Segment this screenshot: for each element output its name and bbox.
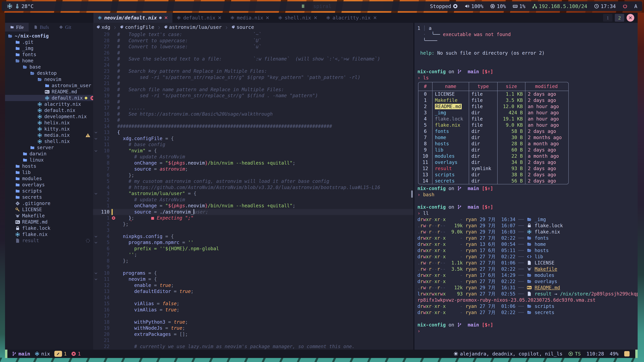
breadcrumb-item[interactable]: xdg [96,24,110,30]
code-icon [527,254,532,259]
line-number: 24 [99,62,112,68]
buffer-label: media.nix [237,15,263,21]
tree-item[interactable]: flake.nix [5,231,93,238]
table-header: name [432,82,469,91]
tree-item[interactable]: flake.lock [5,225,93,231]
breadcrumb-item[interactable]: astronvim/lua/user [164,24,222,30]
table-row: 3_imgdir424 Ban hour ago [418,110,568,116]
buffer-tab[interactable]: default.nix [172,13,226,23]
tabpage-1[interactable]: 1 [603,14,612,22]
code-line: 22 # currently we use lazy.nvim as neovi… [93,344,414,350]
code-area[interactable]: 29# Toggle text's case: `~`28# Convert t… [93,31,414,350]
tree-item[interactable]: astronvim_user [5,82,93,89]
tree-item[interactable]: server [5,144,93,151]
terminal-line: rp8ifx1wkpvwz-proxmox-ruby-nixos-23.05.2… [418,297,638,303]
close-buffer-icon[interactable] [266,16,270,20]
tree-item[interactable]: desktop [5,70,93,76]
tree-item[interactable]: neovim [5,76,93,82]
sidebar-tab-git[interactable]: Git [54,23,76,31]
table-cell: flake.lock [435,116,463,122]
tree-item[interactable]: ~/nix-config [5,33,93,39]
breadcrumb-item[interactable]: configFile [120,24,154,30]
breadcrumb-label: configFile [125,24,154,30]
table-cell: overlays [435,160,458,165]
tree-item[interactable]: lib [5,169,93,175]
terminal-pane[interactable]: 1 │ a · ╰── executable was not found ╰──… [414,23,638,350]
tabpage-2[interactable]: 2 [615,14,624,22]
tree-item[interactable]: _img [5,45,93,51]
folder-open-icon [527,279,532,284]
table-cell: symlink [472,166,491,171]
network-icon [532,4,537,9]
tree-item[interactable]: media.nix [5,132,93,138]
tree-item[interactable]: development.nix [5,113,93,120]
table-cell: flake.nix [435,122,460,128]
cow-icon [15,213,20,218]
tree-item[interactable]: scripts [5,188,93,194]
table-cell: 2 days ago [528,178,556,184]
tree-item[interactable]: overlays [5,182,93,188]
line-number: 29 [99,31,112,38]
terminal-blank-line [418,56,638,62]
terminal-line: .rw-r--r-- 9.0k ryan 29 7月 16:03 ── flak… [418,229,638,235]
tree-item[interactable]: secrets [5,194,93,200]
tree-item-label: README.md [22,219,48,225]
breadcrumb-label: xdg [102,24,110,30]
buffer-tab[interactable]: shell.nix [274,13,322,23]
tree-item[interactable]: default.nix [5,107,93,113]
close-buffer-icon[interactable] [218,16,222,20]
line-number: 12 [99,282,112,289]
error-icon [71,351,76,356]
tree-item[interactable]: fonts [5,51,93,58]
close-buffer-icon[interactable] [164,16,168,20]
cow-icon [527,267,532,272]
tree-item[interactable]: hosts [5,163,93,169]
buffer-label: default.nix [183,15,215,21]
buffer-tab[interactable]: alacritty.nix [322,13,381,23]
scrollbar-thumb[interactable] [411,190,413,198]
tree-item[interactable]: modules [5,175,93,182]
tree-item-label: darwin [30,151,46,157]
table-cell: a month ago [528,141,559,146]
tree-item[interactable]: README.md [5,219,93,225]
buffer-tab[interactable]: neovim/default.nix [94,13,172,23]
error-count: 1 [71,351,81,357]
tree-item[interactable]: shell.nix [5,138,93,144]
tree-item[interactable]: kitty.nix [5,126,93,132]
close-buffer-icon[interactable] [314,16,318,20]
buffer-tab[interactable]: media.nix [226,13,274,23]
breadcrumb-separator-icon [224,24,228,30]
sidebar-tab-bufs[interactable]: Bufs [29,23,54,31]
tree-item[interactable]: linux [5,157,93,163]
tree-item[interactable]: README.md [5,89,93,95]
close-buffer-icon[interactable] [373,16,377,20]
tree-item[interactable]: helix.nix [5,120,93,126]
table-cell: result [435,166,452,171]
power-icon[interactable] [622,4,628,9]
tree-item[interactable]: base [5,64,93,70]
terminal-line: › [418,328,638,334]
tree-item[interactable]: Makefile [5,213,93,219]
close-file-icon[interactable] [90,95,93,100]
tree-item[interactable]: home [5,58,93,64]
tree-item[interactable]: LICENSE [5,206,93,213]
tree-item[interactable]: .gitignore [5,200,93,206]
tree-item[interactable]: darwin [5,151,93,157]
tree-item[interactable]: result [5,238,93,244]
close-tab-button[interactable] [626,14,634,22]
x-icon [628,16,632,20]
tree-item-label: astronvim_user [52,83,91,88]
tree-item[interactable]: default.nix [5,95,93,101]
code-line: 20 extraPackages = []; [93,331,414,338]
code-line: 17 [93,313,414,319]
breadcrumb-item[interactable]: source [231,24,254,30]
sidebar-tab-file[interactable]: File [5,23,29,31]
folder-icon [30,145,35,150]
nix-icon [326,16,330,20]
table-cell: a month ago [528,153,559,159]
code-line: 24# [93,62,414,68]
tree-item[interactable]: alacritty.nix [5,101,93,107]
table-cell: 12 [422,166,428,171]
tree-item[interactable]: .git [5,39,93,45]
chevd-icon [94,271,98,275]
